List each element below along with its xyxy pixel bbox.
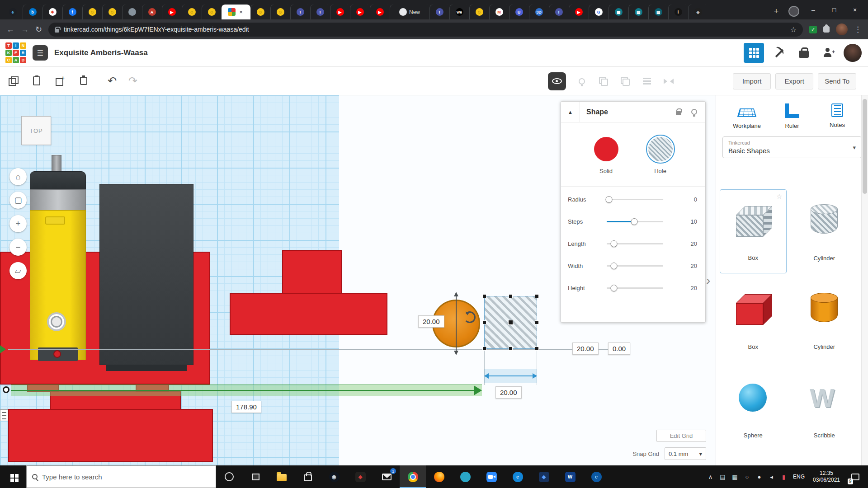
reload-icon[interactable]: ↻ bbox=[35, 24, 42, 34]
shape-library-dropdown[interactable]: Tinkercad Basic Shapes ▾ bbox=[722, 136, 862, 158]
browser-tab[interactable]: e bbox=[3, 5, 23, 19]
slider-track[interactable] bbox=[607, 221, 663, 222]
browser-profile-icon[interactable] bbox=[788, 6, 799, 17]
taskbar-app-button[interactable]: e bbox=[583, 465, 609, 488]
designs-menu-button[interactable]: ☰ bbox=[33, 45, 48, 61]
show-all-button[interactable] bbox=[548, 72, 566, 90]
taskbar-app-button[interactable]: e bbox=[505, 465, 531, 488]
lock-icon[interactable] bbox=[676, 111, 681, 115]
slider-handle[interactable] bbox=[611, 285, 618, 291]
shape-tile[interactable]: Cylinder bbox=[791, 278, 858, 362]
tray-icon[interactable]: ● bbox=[753, 465, 765, 488]
browser-tab[interactable]: b bbox=[23, 5, 42, 19]
shape-tile[interactable]: Box bbox=[720, 189, 787, 273]
tinkercad-logo[interactable]: TINKERCAD bbox=[5, 42, 26, 63]
taskbar-app-button[interactable]: ◆ bbox=[531, 465, 557, 488]
forward-icon[interactable]: → bbox=[21, 25, 29, 34]
slider-track[interactable] bbox=[607, 287, 663, 289]
browser-tab[interactable]: × bbox=[222, 5, 250, 19]
scale-handle[interactable] bbox=[535, 347, 539, 351]
browser-tab[interactable]: ☺ bbox=[102, 5, 122, 19]
group-button[interactable] bbox=[598, 75, 609, 87]
slider-value[interactable]: 20 bbox=[681, 285, 697, 291]
design-canvas[interactable]: 20.00 20.00 0.00 20.00 178.90 TOP ⌂▢+−▱ … bbox=[0, 95, 868, 465]
browser-tab[interactable]: ▶ bbox=[330, 5, 350, 19]
tray-icon[interactable]: ▦ bbox=[729, 465, 741, 488]
canvas-nav-button[interactable]: ▱ bbox=[9, 262, 27, 279]
snap-grid-select[interactable]: 0.1 mm ▾ bbox=[665, 447, 706, 460]
y-dimension-label[interactable]: 0.00 bbox=[608, 343, 630, 355]
solid-option[interactable]: Solid bbox=[584, 137, 629, 174]
url-text[interactable]: tinkercad.com/things/6kEpW7fENxY-exquisi… bbox=[64, 26, 249, 33]
slider-value[interactable]: 10 bbox=[681, 218, 697, 225]
browser-tab[interactable]: ▶ bbox=[350, 5, 370, 19]
taskbar-app-button[interactable] bbox=[400, 465, 426, 488]
browser-tab[interactable]: M bbox=[489, 5, 509, 19]
browser-tab[interactable]: we bbox=[449, 5, 469, 19]
browser-tab[interactable]: T bbox=[310, 5, 330, 19]
align-button[interactable] bbox=[641, 75, 653, 87]
slider-handle[interactable] bbox=[606, 196, 613, 203]
slider-track[interactable] bbox=[607, 199, 663, 200]
send-to-button[interactable]: Send To bbox=[818, 73, 856, 89]
scale-handle[interactable] bbox=[482, 294, 486, 298]
browser-tab[interactable]: T bbox=[549, 5, 569, 19]
tray-icon[interactable]: ◂ bbox=[765, 465, 778, 488]
ruler-origin-handle[interactable] bbox=[3, 386, 9, 393]
browser-tab[interactable]: f bbox=[62, 5, 82, 19]
scale-handle[interactable] bbox=[535, 294, 539, 298]
taskbar-search[interactable] bbox=[26, 465, 216, 488]
canvas-nav-button[interactable]: − bbox=[9, 239, 27, 256]
canvas-nav-button[interactable]: ▢ bbox=[9, 192, 27, 209]
taskbar-app-button[interactable]: 1 bbox=[373, 465, 400, 488]
undo-button[interactable]: ↶ bbox=[108, 75, 117, 87]
x-dimension-label[interactable]: 20.00 bbox=[572, 343, 599, 355]
browser-tab[interactable]: U bbox=[509, 5, 529, 19]
browser-tab[interactable]: T bbox=[429, 5, 449, 19]
canvas-nav-button[interactable]: + bbox=[9, 215, 27, 232]
browser-tab[interactable] bbox=[122, 5, 142, 19]
browser-avatar[interactable] bbox=[836, 23, 848, 35]
motor-band[interactable] bbox=[30, 189, 86, 211]
import-button[interactable]: Import bbox=[733, 73, 771, 89]
start-button[interactable] bbox=[0, 465, 26, 488]
cortana-button[interactable] bbox=[216, 465, 242, 488]
solid-color-icon[interactable] bbox=[594, 137, 618, 161]
slider-handle[interactable] bbox=[611, 240, 618, 247]
browser-tab[interactable]: A bbox=[142, 5, 162, 19]
taskbar-app-button[interactable]: W bbox=[557, 465, 583, 488]
url-bar[interactable]: tinkercad.com/things/6kEpW7fENxY-exquisi… bbox=[48, 23, 803, 37]
edit-grid-button[interactable]: Edit Grid bbox=[656, 430, 706, 442]
slider-value[interactable]: 20 bbox=[681, 240, 697, 247]
back-icon[interactable]: ← bbox=[6, 25, 14, 34]
view-cube[interactable]: TOP bbox=[21, 116, 51, 145]
tab-close-icon[interactable]: × bbox=[238, 9, 245, 15]
design-title[interactable]: Exquisite Amberis-Waasa bbox=[54, 48, 148, 57]
slider-track[interactable] bbox=[607, 243, 663, 244]
user-avatar[interactable] bbox=[844, 44, 862, 62]
browser-tab[interactable]: ▶ bbox=[162, 5, 182, 19]
clock[interactable]: 12:35 03/06/2021 bbox=[808, 470, 845, 483]
browser-tab[interactable]: ☺ bbox=[469, 5, 489, 19]
tray-icon[interactable]: ▮ bbox=[778, 465, 790, 488]
task-view-button[interactable] bbox=[242, 465, 269, 488]
redo-button[interactable]: ↷ bbox=[128, 75, 137, 87]
taskbar-app-button[interactable] bbox=[426, 465, 452, 488]
copy-button[interactable] bbox=[7, 75, 19, 87]
scale-handle[interactable] bbox=[509, 294, 513, 298]
center-handle[interactable] bbox=[508, 320, 513, 325]
tray-icon[interactable]: ∧ bbox=[704, 465, 717, 488]
panel-tool[interactable]: Ruler bbox=[772, 103, 812, 129]
taskbar-app-button[interactable]: ◆ bbox=[347, 465, 373, 488]
browser-menu-icon[interactable]: ⋮ bbox=[854, 25, 862, 34]
browser-tab[interactable]: ❖ bbox=[42, 5, 62, 19]
browser-tab[interactable]: G bbox=[589, 5, 609, 19]
panel-scrollbar[interactable] bbox=[861, 95, 868, 465]
shape-tile[interactable]: Sphere bbox=[720, 366, 787, 450]
duplicate-button[interactable] bbox=[54, 75, 66, 87]
selected-hole-box[interactable] bbox=[484, 296, 537, 349]
scale-handle[interactable] bbox=[509, 347, 513, 351]
language-indicator[interactable]: ENG bbox=[790, 474, 808, 480]
inspector-collapse-button[interactable]: ▲ bbox=[561, 102, 580, 122]
search-input[interactable] bbox=[42, 473, 210, 481]
